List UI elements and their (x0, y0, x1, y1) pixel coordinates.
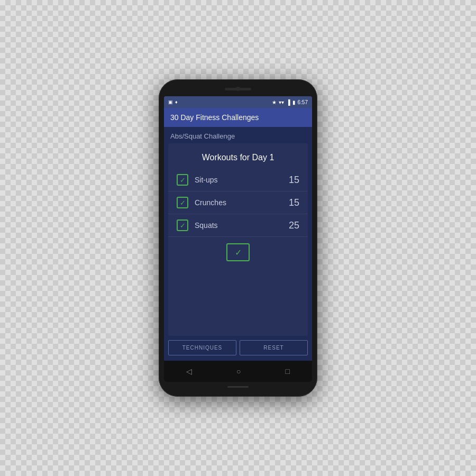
star-icon: ★ (272, 99, 277, 105)
squats-checkmark: ✓ (180, 222, 186, 229)
settings-icon: ♦ (175, 99, 178, 105)
situps-count: 15 (289, 175, 299, 186)
phone-camera (236, 87, 240, 91)
signal-icon: ▐ (286, 99, 290, 105)
situps-checkbox[interactable]: ✓ (177, 174, 188, 186)
phone-screen: ▣ ♦ ★ ▾▾ ▐ ▮ 6:57 30 Day Fitness Challen… (164, 96, 312, 382)
exercise-item-situps: ✓ Sit-ups 15 (168, 169, 308, 191)
battery-icon: ▮ (292, 99, 296, 105)
confirm-checkmark-icon: ✓ (235, 248, 242, 258)
home-button[interactable]: ○ (236, 367, 241, 376)
screen-content: Abs/Squat Challenge Workouts for Day 1 ✓… (164, 127, 312, 361)
challenge-title: Abs/Squat Challenge (164, 127, 312, 143)
squats-label: Squats (195, 221, 289, 230)
recent-button[interactable]: □ (286, 367, 290, 376)
exercise-item-crunches: ✓ Crunches 15 (168, 191, 308, 214)
squats-checkbox[interactable]: ✓ (177, 219, 188, 231)
app-bar: 30 Day Fitness Challenges (164, 108, 312, 127)
nav-bar: ◁ ○ □ (164, 361, 312, 382)
situps-checkmark: ✓ (180, 177, 186, 184)
techniques-button[interactable]: TECHNIQUES (168, 340, 236, 355)
crunches-checkbox[interactable]: ✓ (177, 197, 188, 208)
crunches-label: Crunches (195, 198, 289, 207)
crunches-checkmark: ✓ (180, 199, 186, 206)
situps-label: Sit-ups (195, 176, 289, 184)
status-left: ▣ ♦ (168, 99, 178, 105)
squats-count: 25 (289, 220, 299, 231)
wifi-icon: ▾▾ (279, 99, 284, 105)
exercise-item-squats: ✓ Squats 25 (168, 214, 308, 237)
home-indicator (227, 386, 249, 388)
phone-bottom (164, 382, 312, 391)
workout-card: Workouts for Day 1 ✓ Sit-ups 15 ✓ Crunch… (168, 143, 308, 336)
status-bar: ▣ ♦ ★ ▾▾ ▐ ▮ 6:57 (164, 96, 312, 108)
confirm-button[interactable]: ✓ (226, 243, 250, 261)
workout-title: Workouts for Day 1 (168, 149, 308, 169)
app-title: 30 Day Fitness Challenges (170, 113, 259, 122)
back-button[interactable]: ◁ (186, 367, 192, 376)
status-right: ★ ▾▾ ▐ ▮ 6:57 (272, 99, 308, 105)
bottom-buttons: TECHNIQUES RESET (164, 336, 312, 361)
phone-top (164, 85, 312, 96)
notification-icon: ▣ (168, 99, 173, 105)
reset-button[interactable]: RESET (240, 340, 308, 355)
time-display: 6:57 (298, 99, 308, 105)
phone-device: ▣ ♦ ★ ▾▾ ▐ ▮ 6:57 30 Day Fitness Challen… (159, 79, 317, 397)
confirm-row: ✓ (168, 237, 308, 266)
crunches-count: 15 (289, 197, 299, 208)
